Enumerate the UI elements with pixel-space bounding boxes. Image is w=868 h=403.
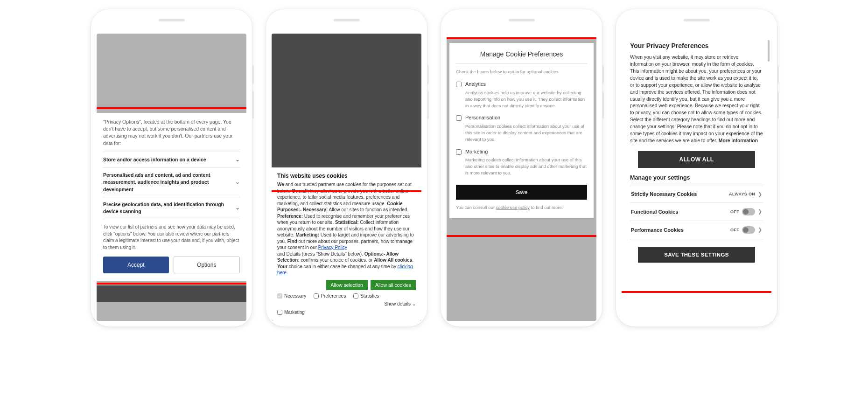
accept-button[interactable]: Accept	[103, 257, 169, 273]
chevron-down-icon: ⌄	[235, 178, 240, 186]
save-settings-button[interactable]: SAVE THESE SETTINGS	[638, 247, 755, 263]
side-button	[252, 65, 254, 84]
purpose-row[interactable]: Precise geolocation data, and identifica…	[103, 197, 240, 219]
option-desc: Personalisation cookies collect informat…	[456, 123, 587, 142]
allow-all-button[interactable]: Allow all cookies	[371, 280, 416, 290]
option-marketing: Marketing Marketing cookies collect info…	[456, 148, 587, 176]
banner-title: This website uses cookies	[277, 172, 416, 180]
analytics-checkbox[interactable]	[456, 82, 462, 87]
speaker-slot	[509, 19, 535, 21]
side-button	[602, 65, 604, 84]
more-info-link[interactable]: More information	[719, 138, 758, 143]
phone-mock-4: Your Privacy Preferences When you visit …	[616, 9, 777, 327]
option-analytics: Analytics Analytics cookies help us impr…	[456, 81, 587, 109]
side-button	[777, 65, 779, 84]
panel-title: Manage Cookie Preferences	[456, 49, 587, 64]
banner-body: We and our trusted partners use cookies …	[277, 181, 416, 276]
scrollbar-thumb[interactable]	[768, 40, 770, 62]
save-button[interactable]: Save	[456, 185, 587, 200]
show-details-link[interactable]: Show details⌄	[384, 301, 416, 307]
personalisation-checkbox[interactable]	[456, 115, 462, 121]
side-button	[427, 91, 429, 119]
row-status: ALWAYS ON	[729, 192, 755, 196]
intro-text: "Privacy Options", located at the bottom…	[103, 118, 240, 147]
panel-subtitle: Check the boxes below to opt-in for opti…	[456, 69, 587, 75]
chevron-right-icon: ❯	[758, 208, 762, 215]
purpose-row[interactable]: Store and/or access information on a dev…	[103, 152, 240, 167]
chevron-down-icon: ⌄	[235, 204, 240, 212]
row-label: Strictly Necessary Cookies	[631, 191, 729, 197]
cookie-policy-link[interactable]: cookie use policy	[496, 205, 530, 210]
preferences-panel: Manage Cookie Preferences Check the boxe…	[449, 43, 594, 218]
row-label: Functional Cookies	[631, 209, 730, 215]
marketing-checkbox[interactable]	[456, 149, 462, 155]
option-personalisation: Personalisation Personalisation cookies …	[456, 114, 587, 142]
speaker-slot	[159, 19, 185, 21]
side-button	[427, 65, 429, 84]
footer-text: You can consult our cookie use policy to…	[456, 204, 587, 211]
option-desc: Marketing cookies collect information ab…	[456, 157, 587, 176]
allow-selection-button[interactable]: Allow selection	[326, 280, 368, 290]
privacy-policy-link[interactable]: Privacy Policy	[318, 245, 347, 250]
preferences-checkbox[interactable]: Preferences	[314, 293, 346, 299]
purpose-label: Store and/or access information on a dev…	[103, 156, 231, 163]
cookie-banner: This website uses cookies We and our tru…	[272, 167, 421, 321]
purpose-row[interactable]: Personalised ads and content, ad and con…	[103, 167, 240, 197]
chevron-down-icon: ⌄	[235, 156, 240, 164]
phone-mock-3: Manage Cookie Preferences Check the boxe…	[441, 9, 602, 327]
row-status: OFF	[730, 209, 739, 214]
side-button	[777, 91, 779, 119]
statistics-checkbox[interactable]: Statistics	[353, 293, 379, 299]
option-label: Marketing	[465, 148, 488, 156]
option-label: Personalisation	[465, 114, 500, 122]
cookie-row-functional[interactable]: Functional Cookies OFF ❯	[630, 202, 763, 221]
marketing-checkbox[interactable]: Marketing	[277, 309, 416, 316]
privacy-panel: Your Privacy Preferences When you visit …	[622, 34, 771, 321]
phone-mock-1: "Privacy Options", located at the bottom…	[91, 9, 252, 327]
cookie-row-performance[interactable]: Performance Cookies OFF ❯	[630, 221, 763, 239]
panel-body: When you visit any website, it may store…	[630, 54, 763, 145]
option-label: Analytics	[465, 81, 486, 88]
chevron-right-icon: ❯	[758, 191, 762, 197]
row-status: OFF	[730, 228, 739, 232]
purpose-label: Personalised ads and content, ad and con…	[103, 172, 231, 193]
dark-strip	[97, 285, 246, 302]
toggle-switch[interactable]	[742, 208, 755, 215]
chevron-right-icon: ❯	[758, 227, 762, 233]
manage-heading: Manage your settings	[630, 174, 763, 181]
speaker-slot	[334, 19, 360, 21]
phone-mock-2: This website uses cookies We and our tru…	[266, 9, 427, 327]
panel-title: Your Privacy Preferences	[630, 42, 763, 49]
side-button	[602, 91, 604, 119]
toggle-switch[interactable]	[742, 226, 755, 234]
consent-panel: "Privacy Options", located at the bottom…	[97, 113, 246, 281]
side-button	[252, 91, 254, 119]
options-button[interactable]: Options	[174, 257, 240, 273]
cookie-row-strictly-necessary[interactable]: Strictly Necessary Cookies ALWAYS ON ❯	[630, 186, 763, 202]
option-desc: Analytics cookies help us improve our we…	[456, 90, 587, 109]
row-label: Performance Cookies	[631, 227, 730, 233]
purpose-label: Precise geolocation data, and identifica…	[103, 201, 231, 215]
allow-all-button[interactable]: ALLOW ALL	[638, 151, 755, 168]
top-bar	[447, 34, 596, 39]
necessary-checkbox[interactable]: Necessary	[277, 293, 306, 299]
footer-note: To view our list of partners and see how…	[103, 219, 240, 251]
speaker-slot	[684, 19, 710, 21]
chevron-down-icon: ⌄	[412, 301, 416, 307]
